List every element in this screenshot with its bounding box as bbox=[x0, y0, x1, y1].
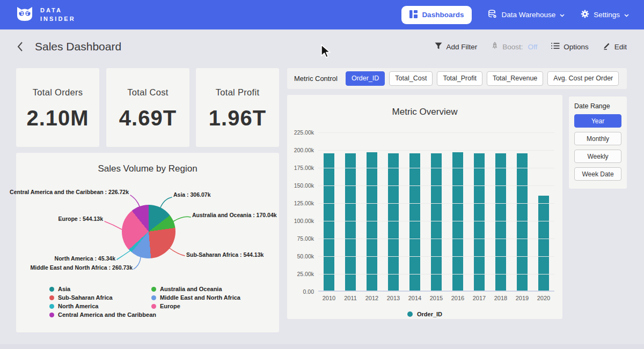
date-range-label: Date Range bbox=[574, 102, 621, 110]
gridline bbox=[318, 239, 554, 239]
y-tick-label: 125.00k bbox=[287, 200, 314, 206]
pie-label-europe: Europe : 544.13k bbox=[58, 216, 103, 222]
gridline bbox=[318, 132, 554, 133]
bar-column bbox=[318, 132, 340, 292]
nav-settings-label: Settings bbox=[594, 11, 620, 19]
filter-icon bbox=[435, 42, 442, 51]
bar-column bbox=[490, 132, 511, 292]
legend-label: Sub-Saharan Africa bbox=[58, 294, 113, 301]
bar-column bbox=[383, 132, 404, 292]
pie-legend-item-europe: Europe bbox=[151, 303, 180, 309]
x-tick-label: 2016 bbox=[447, 295, 469, 301]
gridline bbox=[318, 185, 554, 186]
legend-label: Australia and Oceania bbox=[160, 286, 222, 292]
brand-text: DATA INSIDER bbox=[40, 6, 76, 24]
date-range-button-week-date[interactable]: Week Date bbox=[574, 167, 621, 181]
y-tick-label: 150.00k bbox=[287, 182, 314, 189]
bar-column bbox=[511, 132, 533, 292]
nav-dashboards-label: Dashboards bbox=[422, 11, 464, 19]
date-range-button-monthly[interactable]: Monthly bbox=[574, 132, 621, 145]
title-bar: Sales Dashboard Add Filter Boost: Off bbox=[0, 29, 644, 64]
bar-2010[interactable] bbox=[324, 153, 334, 292]
pie-label-middle-east-north-africa: Middle East and North Africa : 260.73k bbox=[31, 264, 133, 271]
nav-settings[interactable]: Settings bbox=[581, 10, 629, 20]
pie-legend-item-middle-east-north-africa: Middle East and North Africa bbox=[151, 294, 240, 301]
pie-label-asia: Asia : 306.07k bbox=[173, 191, 210, 198]
bar-legend-label: Order_ID bbox=[417, 311, 442, 317]
x-tick-label: 2013 bbox=[383, 295, 404, 301]
date-range-button-year[interactable]: Year bbox=[574, 114, 621, 128]
options-button[interactable]: Options bbox=[551, 42, 589, 51]
legend-dot bbox=[49, 295, 54, 300]
metric-control-strip: Metric Control Order_ID Total_Cost Total… bbox=[287, 68, 627, 89]
bar-chart-legend: Order_ID bbox=[287, 311, 562, 317]
metric-overview-card: Metric Overview 201020112012201320142015… bbox=[287, 95, 562, 319]
metric-button-total-revenue[interactable]: Total_Revenue bbox=[487, 71, 543, 86]
bar-column bbox=[469, 132, 490, 292]
pie-legend-item-central-america: Central America and the Caribbean bbox=[49, 311, 156, 318]
bar-2015[interactable] bbox=[431, 153, 442, 292]
brand[interactable]: DATA INSIDER bbox=[15, 5, 76, 24]
bar-2020[interactable] bbox=[538, 196, 549, 292]
date-range-button-weekly[interactable]: Weekly bbox=[574, 150, 621, 163]
bar-chart-title: Metric Overview bbox=[287, 95, 562, 117]
kpi-label: Total Profit bbox=[196, 87, 279, 98]
bar-column bbox=[426, 132, 447, 292]
kpi-value: 1.96T bbox=[196, 106, 279, 130]
bar-2016[interactable] bbox=[452, 152, 463, 292]
pie-label-central-america: Central America and the Caribbean : 226.… bbox=[10, 189, 129, 195]
page-title: Sales Dashboard bbox=[35, 40, 121, 53]
bar-2019[interactable] bbox=[517, 153, 528, 292]
x-tick-label: 2019 bbox=[511, 295, 533, 301]
gridline bbox=[318, 168, 554, 168]
gridline bbox=[318, 256, 554, 257]
metric-button-avg-cost-per-order[interactable]: Avg. Cost per Order bbox=[547, 71, 619, 86]
sales-volume-card: Sales Volume by Region Central America a… bbox=[16, 153, 279, 332]
metric-button-total-cost[interactable]: Total_Cost bbox=[389, 71, 433, 86]
y-tick-label: 0.00 bbox=[287, 288, 314, 295]
bar-column bbox=[447, 132, 469, 292]
boost-toggle[interactable]: Boost: Off bbox=[491, 42, 537, 51]
pie-chart[interactable] bbox=[122, 205, 175, 258]
bar-2018[interactable] bbox=[495, 153, 506, 292]
bar-column bbox=[533, 132, 554, 292]
bar-2011[interactable] bbox=[345, 153, 356, 292]
legend-label: Asia bbox=[58, 286, 70, 292]
kpi-card-total-cost: Total Cost 4.69T bbox=[106, 68, 189, 147]
nav-dashboards-button[interactable]: Dashboards bbox=[401, 6, 472, 24]
top-navbar: DATA INSIDER Dashboards bbox=[0, 0, 644, 29]
pie-legend-item-asia: Asia bbox=[49, 286, 70, 292]
bar-2013[interactable] bbox=[388, 153, 399, 292]
x-tick-label: 2011 bbox=[340, 295, 361, 301]
edit-button[interactable]: Edit bbox=[603, 42, 627, 51]
metric-button-order-id[interactable]: Order_ID bbox=[346, 71, 385, 86]
kpi-label: Total Cost bbox=[106, 87, 189, 98]
y-tick-label: 175.00k bbox=[287, 165, 314, 171]
metric-control-label: Metric Control bbox=[294, 75, 338, 83]
bar-2012[interactable] bbox=[367, 152, 377, 292]
edit-label: Edit bbox=[614, 43, 627, 51]
pie-label-north-america: North America : 45.34k bbox=[55, 255, 115, 262]
metric-button-total-profit[interactable]: Total_Profit bbox=[437, 71, 482, 86]
bar-2014[interactable] bbox=[409, 153, 420, 292]
gear-icon bbox=[581, 10, 589, 20]
nav-data-warehouse[interactable]: Data Warehouse bbox=[488, 10, 565, 20]
pie-chart-title: Sales Volume by Region bbox=[16, 153, 279, 174]
brand-line-1: DATA bbox=[40, 6, 76, 15]
x-tick-label: 2018 bbox=[490, 295, 511, 301]
legend-dot bbox=[151, 295, 156, 300]
gridline bbox=[318, 291, 554, 292]
add-filter-button[interactable]: Add Filter bbox=[435, 42, 477, 51]
pie-legend-item-australia-oceania: Australia and Oceania bbox=[151, 286, 222, 292]
y-tick-label: 50.00k bbox=[287, 253, 314, 259]
kpi-value: 2.10M bbox=[16, 106, 99, 130]
kpi-card-total-orders: Total Orders 2.10M bbox=[16, 68, 99, 147]
gridline bbox=[318, 274, 554, 274]
pie-label-australia-oceania: Australia and Oceania : 170.04k bbox=[192, 212, 277, 218]
date-range-card: Date Range Year Monthly Weekly Week Date bbox=[569, 96, 627, 189]
bar-2017[interactable] bbox=[474, 153, 485, 292]
bottom-strip bbox=[0, 344, 644, 349]
chevron-down-icon bbox=[560, 11, 565, 19]
back-chevron-icon[interactable] bbox=[17, 42, 23, 51]
y-tick-label: 75.00k bbox=[287, 235, 314, 242]
